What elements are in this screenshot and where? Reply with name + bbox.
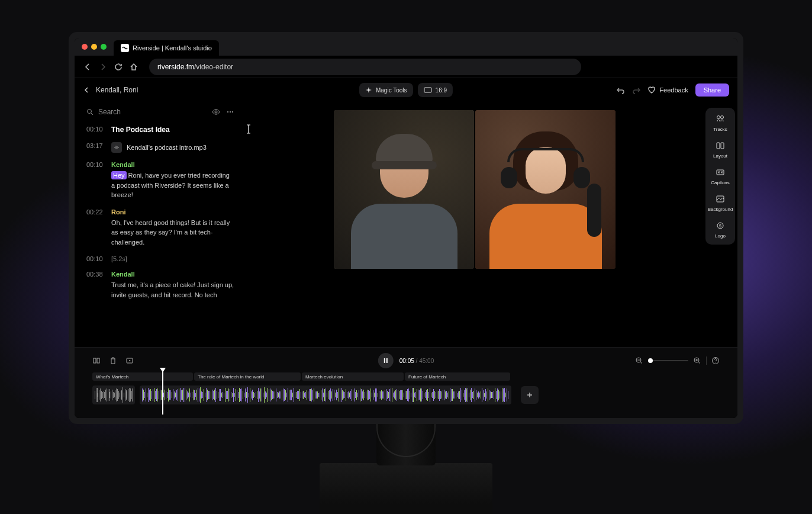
help-icon[interactable]: [711, 356, 720, 365]
svg-rect-9: [721, 143, 724, 149]
svg-point-2: [215, 111, 217, 113]
chapter-marker[interactable]: Martech evolution: [302, 372, 404, 381]
window-minimize[interactable]: [91, 44, 97, 50]
svg-rect-17: [384, 358, 385, 363]
url-domain: riverside.fm: [157, 63, 194, 71]
playback-bar: 00:05 / 45:00 What's Martech The role of…: [75, 347, 737, 418]
transcript-text: Hey Roni, have you ever tried recording …: [111, 171, 234, 200]
aspect-ratio-button[interactable]: 16:9: [418, 83, 453, 97]
svg-point-1: [88, 110, 92, 114]
window-maximize[interactable]: [101, 44, 107, 50]
svg-point-5: [232, 111, 233, 113]
svg-rect-15: [97, 358, 99, 363]
svg-point-7: [721, 116, 724, 119]
transcript-text: Oh, I've heard good things! But is it re…: [111, 218, 234, 248]
aspect-icon: [424, 87, 432, 93]
add-track-button[interactable]: [521, 386, 539, 404]
browser-tab-bar: Riverside | Kendall's stuidio: [75, 38, 737, 56]
url-path: /video-editor: [194, 63, 233, 71]
background-icon: [715, 194, 726, 204]
eye-icon[interactable]: [212, 108, 220, 116]
sidebar-item-tracks[interactable]: Tracks: [705, 114, 735, 132]
video-tile-roni[interactable]: [475, 110, 616, 269]
magic-tools-button[interactable]: Magic Tools: [359, 83, 413, 97]
transcript-panel: Search 00:10 The Podcast Idea 03:17 Kend…: [75, 102, 246, 347]
more-icon[interactable]: [226, 108, 234, 116]
share-button[interactable]: Share: [695, 83, 729, 97]
transcript-row[interactable]: 00:10 Kendall Hey Roni, have you ever tr…: [86, 161, 234, 200]
logo-icon: $: [715, 220, 726, 231]
monitor-frame: Riverside | Kendall's stuidio riverside.…: [69, 32, 743, 424]
split-icon[interactable]: [92, 356, 101, 365]
pause-button[interactable]: [378, 353, 394, 368]
svg-point-6: [717, 116, 720, 119]
back-icon[interactable]: [83, 86, 90, 94]
search-icon: [86, 108, 94, 115]
tracks-icon: [715, 114, 726, 124]
svg-rect-0: [424, 88, 431, 92]
speaker-name: Roni: [111, 208, 234, 216]
heart-icon: [647, 86, 656, 94]
tab-title: Riverside | Kendall's stuidio: [133, 44, 212, 52]
trash-icon[interactable]: [109, 356, 117, 365]
gap-indicator: [5.2s]: [111, 255, 234, 262]
transcript-row[interactable]: 00:22 Roni Oh, I've heard good things! B…: [86, 208, 234, 248]
breadcrumb: Kendall, Roni: [96, 86, 138, 94]
zoom-slider[interactable]: [648, 360, 688, 361]
transcript-row[interactable]: 00:10 [5.2s]: [86, 255, 234, 262]
text-cursor-icon: [245, 124, 246, 134]
chapter-marker[interactable]: The role of Martech in the world: [194, 372, 301, 381]
timeline[interactable]: What's Martech The role of Martech in th…: [92, 372, 720, 416]
layout-icon: [715, 140, 726, 151]
app-header: Kendall, Roni Magic Tools 16:9 Feedback …: [75, 78, 737, 102]
riverside-favicon: [121, 44, 129, 52]
sidebar-item-logo[interactable]: $ Logo: [705, 220, 735, 239]
feedback-button[interactable]: Feedback: [647, 86, 688, 94]
nav-forward-icon[interactable]: [98, 62, 108, 72]
zoom-out-icon[interactable]: [635, 356, 643, 365]
nav-reload-icon[interactable]: [114, 62, 123, 72]
svg-rect-14: [94, 358, 96, 363]
transcript-row[interactable]: 00:38 Kendall Trust me, it's a piece of …: [86, 271, 234, 300]
speaker-name: Kendall: [111, 161, 234, 168]
chapter-marker[interactable]: What's Martech: [92, 372, 193, 381]
undo-icon[interactable]: [617, 86, 625, 94]
audio-clip-intro[interactable]: [92, 386, 135, 404]
monitor-stand-base: [320, 463, 492, 514]
window-close[interactable]: [82, 44, 88, 50]
browser-tab[interactable]: Riverside | Kendall's stuidio: [114, 40, 219, 56]
time-display: 00:05 / 45:00: [399, 358, 434, 364]
svg-point-3: [227, 111, 228, 113]
speaker-name: Kendall: [111, 271, 234, 278]
svg-rect-8: [717, 143, 720, 149]
audio-clip-main[interactable]: [140, 386, 511, 404]
transcript-row[interactable]: 00:10 The Podcast Idea: [86, 126, 234, 134]
captions-icon: [715, 167, 726, 178]
transcript-text: Trust me, it's a piece of cake! Just sig…: [111, 280, 234, 300]
transcript-row[interactable]: 03:17 Kendall's podcast intro.mp3: [86, 142, 234, 153]
redo-icon[interactable]: [632, 86, 640, 94]
sidebar-item-background[interactable]: Background: [705, 194, 735, 212]
zoom-in-icon[interactable]: [693, 356, 701, 365]
clip-icon[interactable]: [125, 356, 134, 365]
chapter-marker[interactable]: Future of Martech: [405, 372, 510, 381]
search-input[interactable]: Search: [86, 108, 121, 116]
sidebar-item-layout[interactable]: Layout: [705, 140, 735, 159]
svg-rect-18: [386, 358, 388, 363]
video-preview: [246, 102, 703, 347]
nav-home-icon[interactable]: [129, 62, 138, 72]
svg-rect-10: [717, 170, 724, 175]
video-tile-kendall[interactable]: [334, 110, 474, 269]
nav-back-icon[interactable]: [83, 62, 92, 72]
playhead[interactable]: [162, 370, 163, 415]
browser-toolbar: riverside.fm/video-editor: [75, 56, 737, 78]
sidebar-item-captions[interactable]: Captions: [705, 167, 735, 185]
sparkle-icon: [365, 86, 372, 94]
url-bar[interactable]: riverside.fm/video-editor: [149, 59, 581, 75]
svg-point-4: [230, 111, 231, 113]
svg-text:$: $: [719, 224, 721, 228]
audio-file-icon: [111, 142, 122, 153]
right-sidebar: Tracks Layout Captions Background $ Logo: [703, 102, 737, 347]
